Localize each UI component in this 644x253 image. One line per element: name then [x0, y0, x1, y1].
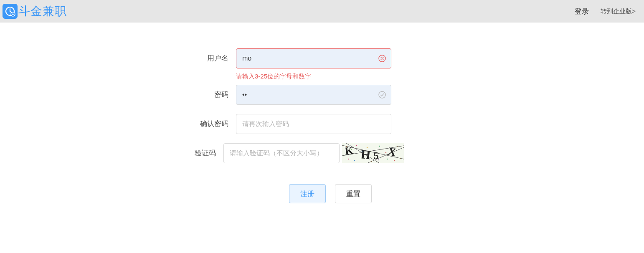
captcha-row: 验证码: [0, 143, 644, 163]
app-header: 斗金兼职 登录 转到企业版>: [0, 0, 644, 23]
enterprise-link[interactable]: 转到企业版>: [601, 8, 636, 15]
confirm-password-label: 确认密码: [190, 114, 236, 134]
reset-button[interactable]: 重置: [335, 184, 372, 203]
password-label: 密码: [190, 85, 236, 105]
svg-point-15: [348, 159, 349, 159]
captcha-image[interactable]: K H 5 X: [342, 143, 404, 163]
clock-icon: [3, 4, 18, 19]
confirm-password-input[interactable]: [236, 114, 391, 134]
captcha-label: 验证码: [177, 143, 223, 163]
svg-point-16: [354, 160, 355, 161]
svg-point-12: [385, 152, 386, 153]
username-error-msg: 请输入3-25位的字母和数字: [236, 73, 391, 81]
captcha-input[interactable]: [223, 143, 340, 163]
svg-text:H: H: [360, 147, 371, 162]
username-label: 用户名: [190, 48, 236, 68]
login-link[interactable]: 登录: [575, 7, 589, 16]
svg-text:5: 5: [373, 150, 379, 161]
brand: 斗金兼职: [3, 3, 67, 19]
brand-text: 斗金兼职: [18, 3, 67, 19]
success-icon: [378, 91, 386, 99]
confirm-password-row: 确认密码: [0, 114, 644, 134]
username-row: 用户名: [0, 48, 644, 68]
header-right: 登录 转到企业版>: [575, 7, 636, 16]
username-input[interactable]: [236, 48, 391, 68]
register-form: 用户名 请输入3-25位的字母和数字 密码: [0, 48, 644, 203]
password-row: 密码: [0, 85, 644, 105]
svg-point-20: [387, 159, 388, 159]
password-input[interactable]: [236, 85, 391, 105]
button-row: 注册 重置: [289, 184, 372, 203]
svg-point-21: [394, 160, 395, 161]
svg-point-3: [379, 91, 385, 98]
svg-point-11: [379, 146, 380, 147]
submit-button[interactable]: 注册: [289, 184, 326, 203]
svg-point-7: [356, 145, 357, 146]
error-icon: [378, 54, 386, 63]
